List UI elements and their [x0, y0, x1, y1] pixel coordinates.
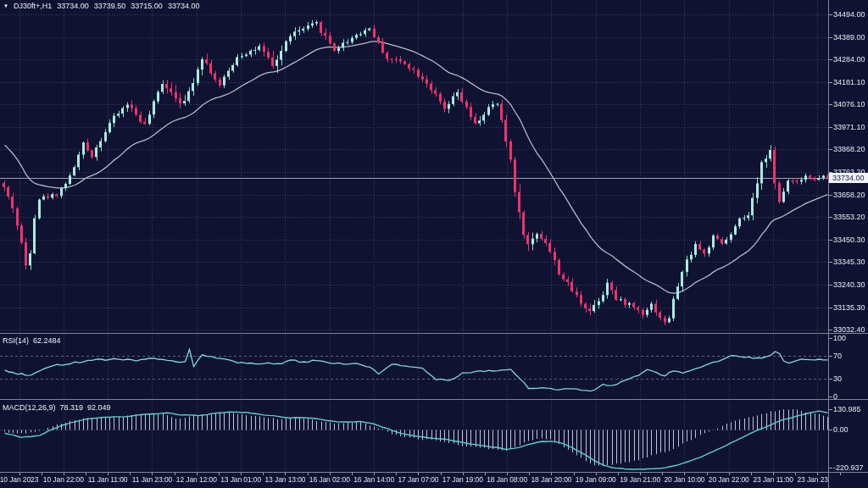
macd-axis-label: 0.00 — [833, 425, 849, 434]
price-axis-label: 33345.30 — [833, 258, 865, 266]
price-axis[interactable]: 33734.00 34494.0034389.0034284.0034181.1… — [828, 0, 868, 488]
time-axis-label: 10 Jan 2023 — [0, 475, 38, 484]
price-axis-label: 34284.00 — [833, 55, 865, 64]
time-axis-label: 20 Jan 22:00 — [709, 475, 749, 484]
ohlc-open: 33734.00 — [57, 2, 89, 10]
macd-indicator-name: MACD(12,26,9) — [3, 403, 56, 412]
time-axis-label: 11 Jan 23:00 — [132, 475, 172, 484]
time-axis-label: 10 Jan 22:00 — [43, 475, 84, 484]
macd-signal-value: 92.049 — [87, 403, 111, 412]
symbol-period-label: DJ30ft+,H1 — [14, 2, 52, 10]
time-axis-label: 18 Jan 20:00 — [531, 475, 571, 484]
time-axis-label: 17 Jan 19:00 — [442, 475, 483, 484]
time-axis-label: 18 Jan 08:00 — [487, 475, 527, 484]
chart-window: ▼ DJ30ft+,H1 33734.00 33739.50 33715.00 … — [0, 0, 868, 488]
macd-main-value: 78.319 — [60, 403, 84, 412]
rsi-indicator-name: RSI(14) — [3, 336, 29, 345]
rsi-panel-label: RSI(14) 62.2484 — [3, 336, 61, 345]
price-axis-label: 33135.30 — [833, 303, 865, 312]
ohlc-low: 33715.00 — [131, 2, 163, 10]
macd-axis-label: -220.937 — [833, 463, 864, 472]
symbol-collapse-icon[interactable]: ▼ — [3, 2, 8, 10]
rsi-value: 62.2484 — [33, 336, 61, 345]
price-axis-label: 33658.20 — [833, 191, 865, 199]
rsi-axis-label: 30 — [833, 374, 842, 383]
time-axis-label: 12 Jan 12:00 — [176, 475, 217, 484]
chart-title: ▼ DJ30ft+,H1 33734.00 33739.50 33715.00 … — [3, 2, 199, 10]
time-axis-label: 16 Jan 14:00 — [353, 475, 394, 484]
price-axis-label: 33971.10 — [833, 123, 865, 131]
price-axis-label: 33032.40 — [833, 325, 865, 334]
time-axis-label: 13 Jan 01:00 — [220, 475, 261, 484]
ohlc-close: 33734.00 — [168, 2, 200, 10]
price-axis-label: 33450.30 — [833, 236, 865, 244]
time-axis-label: 13 Jan 13:00 — [264, 475, 305, 484]
time-axis-label: 17 Jan 07:00 — [398, 475, 438, 484]
price-axis-label: 33240.30 — [833, 280, 865, 289]
price-axis-label: 33553.20 — [833, 213, 865, 221]
rsi-axis-label: 70 — [833, 352, 842, 360]
time-axis-label: 11 Jan 11:00 — [88, 475, 128, 484]
time-axis[interactable]: 10 Jan 202310 Jan 22:0011 Jan 11:0011 Ja… — [0, 472, 828, 488]
macd-panel-label: MACD(12,26,9) 78.319 92.049 — [3, 403, 111, 412]
rsi-axis-label: 0 — [833, 392, 837, 401]
rsi-axis-label: 100 — [833, 334, 846, 342]
ohlc-high: 33739.50 — [94, 2, 126, 10]
price-axis-label: 34494.00 — [833, 10, 865, 19]
time-axis-label: 23 Jan 11:00 — [753, 475, 793, 484]
macd-axis-label: 130.985 — [833, 405, 861, 413]
time-axis-label: 16 Jan 02:00 — [309, 475, 350, 484]
price-axis-label: 33868.20 — [833, 145, 865, 153]
time-axis-label: 20 Jan 10:00 — [664, 475, 704, 484]
time-axis-label: 23 Jan 23:00 — [797, 475, 828, 484]
chart-canvas[interactable] — [0, 0, 868, 488]
price-axis-label: 34181.10 — [833, 78, 865, 86]
price-axis-label: 34389.00 — [833, 33, 865, 42]
price-axis-label: 34076.10 — [833, 100, 865, 108]
current-price-badge: 33734.00 — [829, 173, 868, 183]
time-axis-label: 19 Jan 09:00 — [576, 475, 616, 484]
time-axis-label: 19 Jan 21:00 — [620, 475, 660, 484]
